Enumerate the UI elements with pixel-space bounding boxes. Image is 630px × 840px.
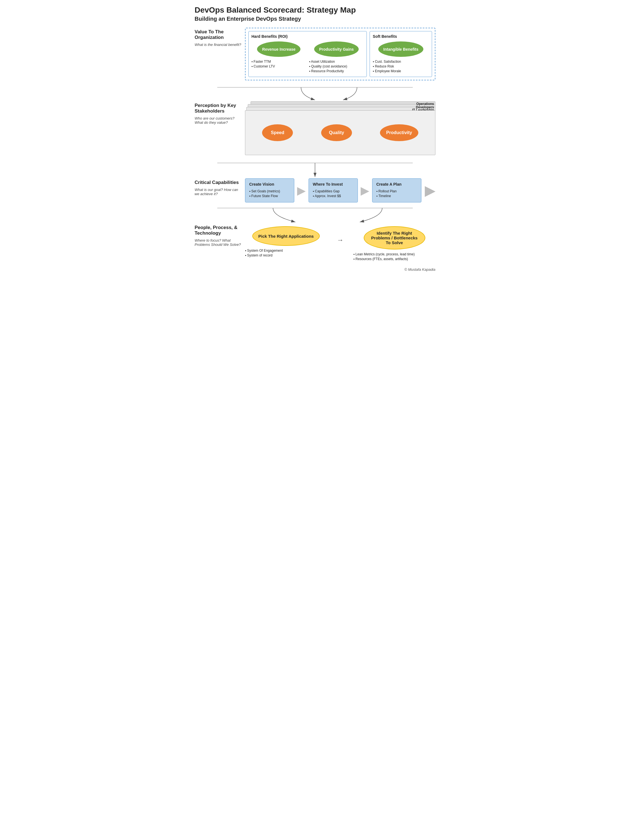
wti-bullet-1: Capabilities Gap (313, 189, 354, 193)
productivity-gains-oval: Productivity Gains (314, 41, 359, 57)
create-a-plan-card: Create A Plan Rollout Plan Timeline (372, 178, 422, 202)
main-title: DevOps Balanced Scorecard: Strategy Map (194, 6, 436, 14)
prod-bullet-2: Quality (cost avoidance) (309, 65, 364, 68)
intangible-bullet-2: Reduce Risk (373, 65, 429, 68)
perception-label-title: Perception by Key Stakeholders (194, 103, 242, 114)
where-to-invest-title: Where To Invest (313, 182, 354, 186)
cv-bullet-2: Future State Flow (249, 194, 290, 198)
pick-apps-col: Pick The Right Applications System Of En… (245, 226, 327, 258)
cap-bullet-1: Rollout Plan (376, 189, 417, 193)
productivity-oval: Productivity (380, 124, 418, 141)
perception-label-desc: Who are our customers? What do they valu… (194, 116, 242, 125)
capabilities-cards-row: Create Vision Set Goals (metrics) Future… (245, 178, 436, 202)
revenue-bullets: Faster TTM Customer LTV (251, 60, 306, 69)
create-vision-bullets: Set Goals (metrics) Future State Flow (249, 189, 290, 198)
hard-benefits-title: Hard Benefits (ROI) (251, 34, 364, 39)
identify-col: Identify The Right Problems / Bottleneck… (354, 226, 436, 262)
revenue-bullet-2: Customer LTV (251, 65, 306, 68)
pick-bullet-2: System of record (245, 253, 327, 257)
capabilities-label-title: Critical Capabilities (194, 180, 242, 185)
pick-bullet-1: System Of Engagement (245, 249, 327, 253)
prod-bullet-1: Asset Utilization (309, 60, 364, 63)
value-to-perception-arrow (194, 85, 436, 101)
prod-bullet-3: Resource Productivity (309, 69, 364, 73)
value-label-desc: What is the financial benefit? (194, 43, 242, 47)
ppt-label-desc: Where to focus? What Problems Should We … (194, 238, 242, 247)
ppt-row: Pick The Right Applications System Of En… (245, 226, 436, 262)
wti-bullet-2: Approx. Invest $$ (313, 194, 354, 198)
revenue-increase-oval: Revenue Increase (257, 41, 300, 57)
quality-oval: Quality (321, 124, 352, 141)
create-vision-card: Create Vision Set Goals (metrics) Future… (245, 178, 294, 202)
capabilities-label-desc: What is our goal? How can we achieve it? (194, 188, 242, 196)
pick-apps-oval: Pick The Right Applications (252, 226, 320, 246)
productivity-bullets: Asset Utilization Quality (cost avoidanc… (309, 60, 364, 74)
perception-front-card: Speed Quality Productivity (245, 111, 436, 155)
revenue-bullet-1: Faster TTM (251, 60, 306, 63)
intangible-benefits-oval: Intangible Benefits (378, 41, 423, 57)
soft-benefits-title: Soft Benefits (373, 34, 429, 39)
intangible-bullets: Cust. Satisfaction Reduce Risk Employee … (373, 60, 429, 74)
identify-bullet-1: Lean Metrics (cycle, process, lead time) (354, 252, 436, 256)
create-a-plan-title: Create A Plan (376, 182, 417, 186)
cap-bullet-2: Timeline (376, 194, 417, 198)
where-to-invest-bullets: Capabilities Gap Approx. Invest $$ (313, 189, 354, 198)
cap-arrow-1: ▶ (297, 178, 306, 202)
intangible-bullet-1: Cust. Satisfaction (373, 60, 429, 63)
identify-bullets: Lean Metrics (cycle, process, lead time)… (354, 252, 436, 262)
speed-oval: Speed (262, 124, 293, 141)
identify-oval: Identify The Right Problems / Bottleneck… (364, 226, 425, 249)
create-vision-title: Create Vision (249, 182, 290, 186)
pick-apps-bullets: System Of Engagement System of record (245, 249, 327, 258)
copyright: © Mustafa Kapadia (194, 267, 436, 272)
intangible-bullet-3: Employee Morale (373, 69, 429, 73)
create-a-plan-bullets: Rollout Plan Timeline (376, 189, 417, 198)
ppt-arrow: → (335, 236, 345, 244)
where-to-invest-card: Where To Invest Capabilities Gap Approx.… (309, 178, 358, 202)
cv-bullet-1: Set Goals (metrics) (249, 189, 290, 193)
cap-large-arrow: ▶ (424, 178, 436, 202)
identify-bullet-2: Resources (FTEs, assets, artifacts) (354, 257, 436, 261)
sub-title: Building an Enterprise DevOps Strategy (194, 16, 436, 22)
cap-arrow-2: ▶ (360, 178, 370, 202)
ppt-label-title: People, Process, & Technology (194, 225, 242, 236)
perception-to-cap-arrow (194, 160, 436, 178)
value-label-title: Value To The Organization (194, 29, 242, 40)
cap-to-ppt-arrow (194, 205, 436, 223)
